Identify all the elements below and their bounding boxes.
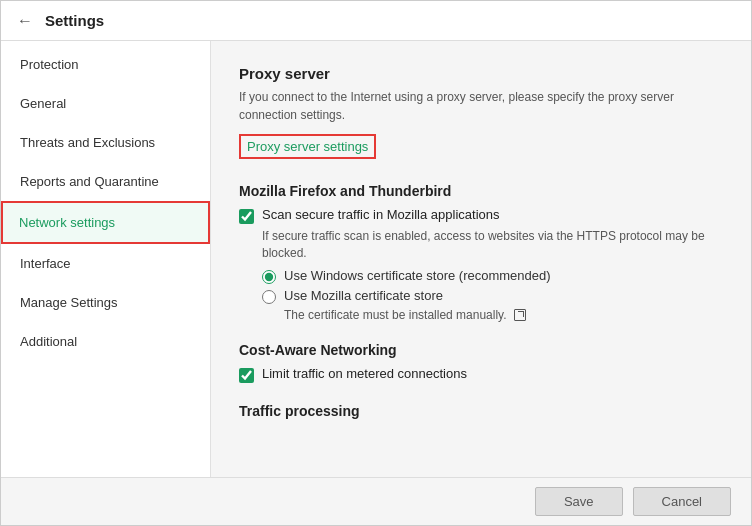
- window-title: Settings: [45, 12, 104, 29]
- traffic-processing-title: Traffic processing: [239, 403, 723, 419]
- cancel-button[interactable]: Cancel: [633, 487, 731, 516]
- save-button[interactable]: Save: [535, 487, 623, 516]
- sidebar-item-interface[interactable]: Interface: [1, 244, 210, 283]
- external-link-icon[interactable]: [514, 309, 526, 321]
- firefox-section: Mozilla Firefox and Thunderbird Scan sec…: [239, 183, 723, 322]
- cost-aware-section: Cost-Aware Networking Limit traffic on m…: [239, 342, 723, 383]
- footer: Save Cancel: [1, 477, 751, 525]
- sidebar-item-manage-settings[interactable]: Manage Settings: [1, 283, 210, 322]
- limit-traffic-row: Limit traffic on metered connections: [239, 366, 723, 383]
- mozilla-cert-label[interactable]: Use Mozilla certificate store: [284, 288, 443, 303]
- windows-cert-radio[interactable]: [262, 270, 276, 284]
- content-area: Proxy server If you connect to the Inter…: [211, 41, 751, 477]
- windows-cert-label[interactable]: Use Windows certificate store (recommend…: [284, 268, 551, 283]
- main-content: Protection General Threats and Exclusion…: [1, 41, 751, 477]
- windows-cert-row: Use Windows certificate store (recommend…: [262, 268, 723, 284]
- proxy-server-desc: If you connect to the Internet using a p…: [239, 88, 723, 124]
- sidebar-item-general[interactable]: General: [1, 84, 210, 123]
- limit-traffic-label[interactable]: Limit traffic on metered connections: [262, 366, 467, 381]
- cost-aware-title: Cost-Aware Networking: [239, 342, 723, 358]
- mozilla-cert-desc: The certificate must be installed manual…: [284, 308, 723, 322]
- proxy-server-title: Proxy server: [239, 65, 723, 82]
- firefox-section-title: Mozilla Firefox and Thunderbird: [239, 183, 723, 199]
- mozilla-cert-radio[interactable]: [262, 290, 276, 304]
- titlebar: ← Settings: [1, 1, 751, 41]
- scan-traffic-desc: If secure traffic scan is enabled, acces…: [262, 228, 723, 262]
- sidebar-item-reports-quarantine[interactable]: Reports and Quarantine: [1, 162, 210, 201]
- scan-traffic-checkbox[interactable]: [239, 209, 254, 224]
- sidebar-item-threats-exclusions[interactable]: Threats and Exclusions: [1, 123, 210, 162]
- sidebar-item-protection[interactable]: Protection: [1, 45, 210, 84]
- traffic-processing-section: Traffic processing: [239, 403, 723, 419]
- sidebar-item-network-settings[interactable]: Network settings: [1, 201, 210, 244]
- mozilla-cert-row: Use Mozilla certificate store: [262, 288, 723, 304]
- scan-traffic-label[interactable]: Scan secure traffic in Mozilla applicati…: [262, 207, 500, 222]
- limit-traffic-checkbox[interactable]: [239, 368, 254, 383]
- back-button[interactable]: ←: [17, 12, 33, 30]
- scan-traffic-row: Scan secure traffic in Mozilla applicati…: [239, 207, 723, 224]
- settings-window: ← Settings Protection General Threats an…: [0, 0, 752, 526]
- certificate-radio-group: Use Windows certificate store (recommend…: [262, 268, 723, 322]
- proxy-server-section: Proxy server If you connect to the Inter…: [239, 65, 723, 159]
- proxy-server-settings-link[interactable]: Proxy server settings: [239, 134, 376, 159]
- sidebar-item-additional[interactable]: Additional: [1, 322, 210, 361]
- sidebar: Protection General Threats and Exclusion…: [1, 41, 211, 477]
